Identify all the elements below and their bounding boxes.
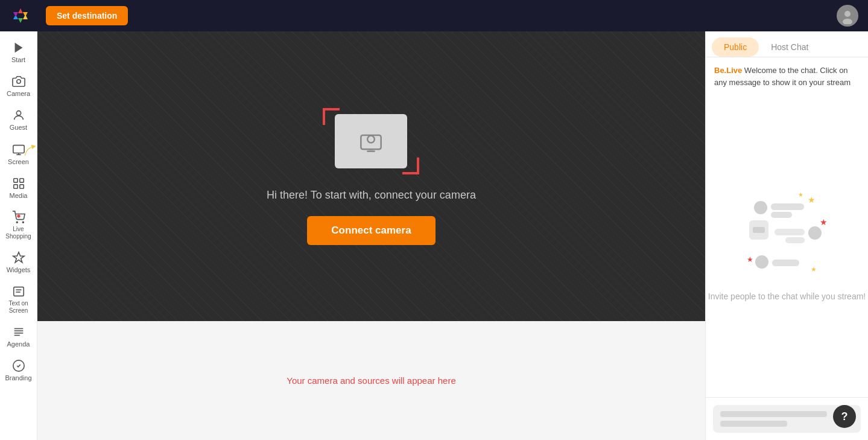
- panel-tabs: Public Host Chat: [706, 31, 868, 57]
- sidebar-item-text-on-screen[interactable]: Text on Screen: [2, 280, 36, 319]
- sources-area: Your camera and sources will appear here: [37, 321, 705, 440]
- media-icon: [12, 177, 25, 190]
- tab-host-chat[interactable]: Host Chat: [759, 37, 820, 57]
- svg-rect-17: [19, 179, 23, 182]
- help-button[interactable]: ?: [833, 405, 856, 428]
- invite-text: Invite people to the chat while you stre…: [708, 290, 866, 303]
- bubble-2: [771, 212, 792, 218]
- sidebar-item-branding[interactable]: Branding: [2, 354, 36, 387]
- avatar-icon: [839, 7, 856, 24]
- chat-illustration: ★ ★ ★ ★ ★: [742, 190, 832, 281]
- star-yellow-3: ★: [811, 266, 817, 273]
- svg-marker-0: [18, 8, 23, 13]
- branding-icon: [12, 359, 25, 372]
- connect-camera-button[interactable]: Connect camera: [307, 216, 435, 245]
- tab-public[interactable]: Public: [712, 37, 759, 57]
- input-line-1: [720, 411, 827, 417]
- preview-area: Hi there! To start with, connect your ca…: [37, 31, 705, 321]
- star-red-2: ★: [747, 255, 753, 264]
- sidebar-item-screen[interactable]: Screen: [2, 138, 36, 171]
- svg-point-22: [17, 215, 20, 217]
- avatar-3: [755, 255, 768, 269]
- svg-point-20: [16, 222, 17, 223]
- avatar-1: [754, 201, 767, 214]
- input-line-2: [720, 421, 787, 427]
- set-destination-button[interactable]: Set destination: [46, 6, 128, 25]
- svg-point-11: [16, 111, 21, 115]
- sidebar-item-media[interactable]: Media: [2, 172, 36, 205]
- sidebar-item-widgets[interactable]: Widgets: [2, 246, 36, 279]
- invite-area: ★ ★ ★ ★ ★ Invite people to the chat whil…: [706, 95, 868, 397]
- star-red-1: ★: [820, 217, 828, 227]
- preview-content: Hi there! To start with, connect your ca…: [267, 108, 476, 245]
- logo-icon: [11, 6, 30, 25]
- camera-icon-box: [335, 114, 407, 168]
- sidebar: Start Camera Guest Screen: [0, 31, 37, 440]
- svg-point-7: [844, 11, 851, 17]
- preview-main-text: Hi there! To start with, connect your ca…: [267, 189, 476, 202]
- text-icon: [12, 285, 25, 298]
- agenda-icon: [12, 325, 25, 339]
- svg-point-30: [368, 135, 375, 142]
- chat-card: [749, 220, 768, 240]
- avatar-2: [808, 226, 822, 240]
- widgets-icon: [12, 251, 25, 264]
- bubble-4: [785, 237, 805, 243]
- star-yellow-2: ★: [798, 191, 803, 198]
- right-panel: Public Host Chat Be.Live Welcome to the …: [705, 31, 868, 440]
- screen-icon: [12, 143, 25, 156]
- svg-rect-23: [13, 287, 24, 296]
- guest-icon: [12, 109, 25, 122]
- camera-frame: [323, 108, 419, 174]
- bubble-5: [772, 260, 799, 266]
- star-yellow-1: ★: [808, 195, 816, 205]
- sidebar-item-agenda[interactable]: Agenda: [2, 320, 36, 353]
- svg-marker-2: [23, 14, 28, 19]
- main-content: Hi there! To start with, connect your ca…: [37, 31, 705, 440]
- svg-rect-16: [13, 179, 17, 182]
- svg-point-10: [16, 80, 20, 83]
- svg-rect-19: [19, 185, 23, 188]
- app-logo: [10, 5, 31, 27]
- svg-marker-3: [18, 18, 23, 23]
- sidebar-item-start[interactable]: Start: [2, 36, 36, 69]
- play-icon: [12, 41, 25, 54]
- svg-rect-12: [13, 145, 24, 153]
- topbar: Set destination: [0, 0, 868, 31]
- sidebar-item-guest[interactable]: Guest: [2, 104, 36, 136]
- svg-rect-18: [13, 185, 17, 188]
- arrow-annotation: [24, 144, 37, 159]
- bubble-1: [771, 203, 804, 210]
- chat-welcome-message: Be.Live Welcome to the chat. Click on an…: [706, 57, 868, 95]
- sources-text: Your camera and sources will appear here: [287, 375, 455, 386]
- user-avatar[interactable]: [837, 5, 858, 27]
- webcam-icon: [359, 129, 383, 153]
- camera-icon: [12, 75, 25, 88]
- svg-marker-9: [14, 43, 22, 53]
- sidebar-item-camera[interactable]: Camera: [2, 70, 36, 103]
- bubble-3: [775, 229, 805, 235]
- svg-point-21: [22, 222, 24, 223]
- svg-marker-5: [13, 12, 18, 17]
- sidebar-item-live-shopping[interactable]: Live Shopping: [2, 206, 36, 245]
- shopping-icon: [12, 211, 25, 224]
